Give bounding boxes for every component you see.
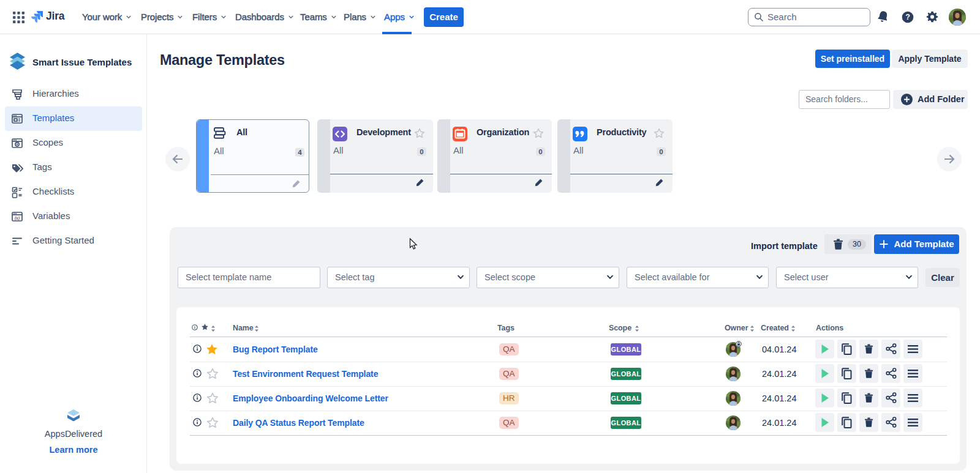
svg-text:?: ? bbox=[905, 13, 910, 21]
svg-text:(x): (x) bbox=[15, 215, 20, 221]
